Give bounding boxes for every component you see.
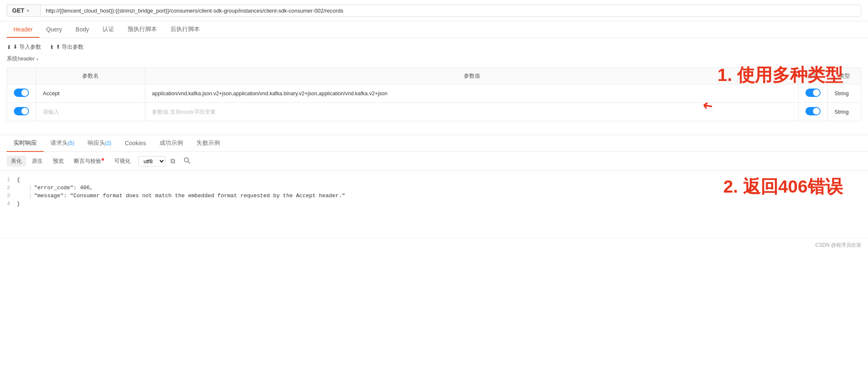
code-annotation-wrapper: 2. 返回406错误 ➜ 1 { 2 "error_code": 406, 3 …	[0, 171, 868, 238]
code-content-2: "error_code": 406,	[17, 185, 868, 191]
row2-name-placeholder: 请输入	[43, 109, 59, 115]
row1-value[interactable]: application/vnd.kafka.json.v2+json,appli…	[152, 91, 387, 97]
row1-name: Accept	[43, 90, 60, 97]
header-actions: ⬇ ⬇ 导入参数 ⬆ ⬆ 导出参数	[7, 43, 861, 51]
request-tabs-bar: Header Query Body 认证 预执行脚本 后执行脚本	[0, 21, 868, 38]
tab-pre-script[interactable]: 预执行脚本	[121, 21, 164, 38]
import-label: ⬇ 导入参数	[13, 43, 41, 51]
code-line-3: 3 "message": "Consumer format does not m…	[0, 192, 868, 200]
row1-required-toggle[interactable]	[805, 89, 821, 97]
tab-post-script[interactable]: 后执行脚本	[164, 21, 207, 38]
col-toggle-header	[7, 68, 36, 84]
preview-btn[interactable]: 预览	[49, 156, 68, 167]
header-section: ⬇ ⬇ 导入参数 ⬆ ⬆ 导出参数 系统header › 1. 使用多种类型 ➜…	[0, 38, 868, 126]
assert-label: 断言与校验	[74, 158, 101, 164]
row2-required-cell	[799, 103, 828, 121]
system-header-chevron: ›	[36, 56, 38, 62]
line-num-2: 2	[0, 185, 17, 191]
footer: CSDN @程序员欣宸	[0, 238, 868, 252]
tab-auth[interactable]: 认证	[96, 21, 121, 38]
red-dot-indicator	[102, 158, 104, 161]
code-line-2: 2 "error_code": 406,	[0, 184, 868, 192]
row2-toggle[interactable]	[14, 107, 29, 115]
response-toolbar: 美化 原生 预览 断言与校验 可视化 utf8 gbk ascii ⧉	[0, 152, 868, 171]
response-tabs-bar: 实时响应 请求头(5) 响应头(2) Cookies 成功示例 失败示例	[0, 135, 868, 152]
search-icon	[183, 157, 190, 164]
response-tab-response-headers[interactable]: 响应头(2)	[81, 135, 118, 152]
row1-value-cell: application/vnd.kafka.json.v2+json,appli…	[145, 84, 799, 103]
import-icon: ⬇	[7, 44, 11, 50]
import-params-btn[interactable]: ⬇ ⬇ 导入参数	[7, 43, 41, 51]
export-params-btn[interactable]: ⬆ ⬆ 导出参数	[50, 43, 84, 51]
table-row: Accept application/vnd.kafka.json.v2+jso…	[7, 84, 861, 103]
response-tab-realtime[interactable]: 实时响应	[7, 135, 44, 152]
copy-btn[interactable]: ⧉	[167, 156, 178, 167]
line-num-4: 4	[0, 201, 17, 207]
table-row: 请输入 参数值,支持mock字段变量 String	[7, 103, 861, 121]
row2-required-toggle[interactable]	[805, 107, 821, 115]
method-label: GET	[12, 7, 24, 14]
tab-body[interactable]: Body	[69, 22, 96, 38]
footer-text: CSDN @程序员欣宸	[815, 242, 861, 248]
row1-toggle[interactable]	[14, 89, 29, 97]
row2-name-cell[interactable]: 请输入	[36, 103, 145, 121]
col-name-header: 参数名	[36, 68, 145, 84]
response-tab-success-example[interactable]: 成功示例	[153, 135, 190, 152]
encoding-select[interactable]: utf8 gbk ascii	[138, 156, 165, 167]
code-line-4: 4 }	[0, 200, 868, 208]
bottom-section: 实时响应 请求头(5) 响应头(2) Cookies 成功示例 失败示例 美化 …	[0, 135, 868, 238]
raw-btn[interactable]: 原生	[28, 156, 47, 167]
export-label: ⬆ 导出参数	[56, 43, 84, 51]
response-tab-request-headers[interactable]: 请求头(5)	[44, 135, 81, 152]
line-num-3: 3	[0, 193, 17, 199]
line-num-1: 1	[0, 177, 17, 183]
method-selector[interactable]: GET ▾	[7, 4, 40, 17]
row1-name-cell: Accept	[36, 84, 145, 103]
req-header-badge: (5)	[68, 140, 74, 146]
code-content-3: "message": "Consumer format does not mat…	[17, 193, 868, 199]
method-chevron: ▾	[27, 8, 29, 13]
system-header-toggle[interactable]: 系统header ›	[7, 55, 861, 63]
row1-required-cell	[799, 84, 828, 103]
code-line-1: 1 {	[0, 176, 868, 184]
params-table: 参数名 参数值 必填 类型 Accept application/vnd.kaf…	[7, 68, 861, 121]
tab-query[interactable]: Query	[39, 22, 69, 38]
code-area: 1 { 2 "error_code": 406, 3 "message": "C…	[0, 171, 868, 238]
export-icon: ⬆	[50, 44, 54, 50]
res-header-badge: (2)	[105, 140, 112, 146]
col-required-header: 必填	[799, 68, 828, 84]
search-btn[interactable]	[180, 155, 193, 167]
response-tab-cookies[interactable]: Cookies	[118, 136, 153, 151]
row2-type-cell: String	[828, 103, 861, 121]
col-type-header: 类型	[828, 68, 861, 84]
url-input[interactable]	[40, 5, 861, 17]
row1-toggle-cell	[7, 84, 36, 103]
svg-line-1	[188, 162, 190, 163]
code-content-4: }	[17, 201, 868, 207]
row1-type-cell: String	[828, 84, 861, 103]
code-content-1: {	[17, 177, 868, 183]
row2-toggle-cell	[7, 103, 36, 121]
url-bar: GET ▾	[0, 0, 868, 21]
col-value-header: 参数值	[145, 68, 799, 84]
beautify-btn[interactable]: 美化	[7, 156, 26, 167]
tab-header[interactable]: Header	[7, 22, 39, 38]
system-header-label: 系统header	[7, 55, 34, 63]
row2-value-placeholder: 参数值,支持mock字段变量	[152, 109, 216, 115]
response-tab-failure-example[interactable]: 失败示例	[190, 135, 227, 152]
row2-value-cell[interactable]: 参数值,支持mock字段变量	[145, 103, 799, 121]
visualize-btn[interactable]: 可视化	[110, 156, 135, 167]
assert-btn[interactable]: 断言与校验	[70, 156, 108, 167]
